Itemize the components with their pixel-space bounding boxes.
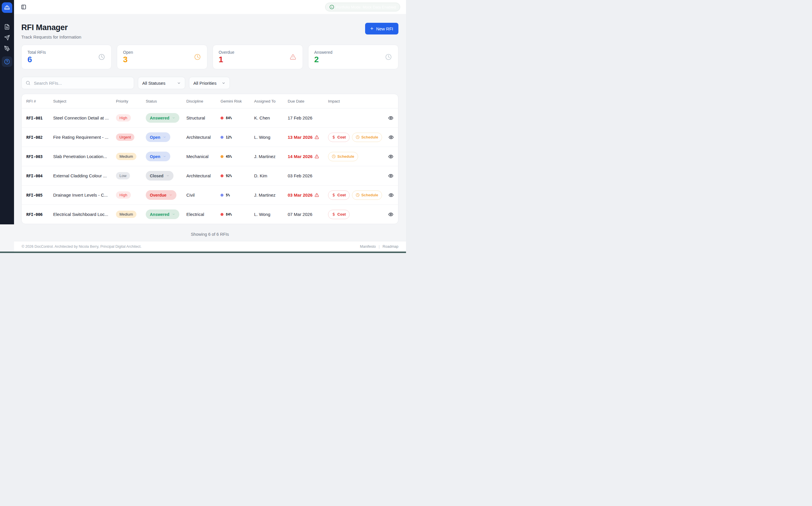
rfi-id: RFI-002 bbox=[26, 135, 53, 140]
chevron-down-icon bbox=[163, 155, 166, 158]
chevron-down-icon bbox=[169, 193, 172, 197]
impact-badge-cost: Cost bbox=[328, 210, 350, 219]
rfi-manager-app: Portfolio Mode: Mock Data Enabled RFI Ma… bbox=[0, 0, 406, 253]
impact-badge-cost: Cost bbox=[328, 190, 350, 200]
assigned-to: J. Martinez bbox=[254, 154, 288, 159]
view-rfi-button[interactable] bbox=[388, 135, 394, 140]
help-circle-icon bbox=[4, 59, 10, 65]
new-rfi-button[interactable]: + New RFI bbox=[365, 23, 398, 34]
rfi-id: RFI-004 bbox=[26, 174, 53, 178]
stat-card-answered: Answered2 bbox=[308, 45, 398, 69]
mode-badge-label: Portfolio Mode: Mock Data Enabled bbox=[336, 5, 396, 9]
sidebar-toggle-button[interactable] bbox=[21, 4, 26, 10]
footer: © 2026 DocControl. Architected by Nicola… bbox=[14, 241, 406, 252]
rfi-id: RFI-001 bbox=[26, 116, 53, 120]
search-input[interactable] bbox=[33, 80, 130, 86]
risk-dot bbox=[220, 213, 223, 216]
search-box[interactable] bbox=[21, 77, 134, 89]
eye-icon bbox=[388, 173, 393, 178]
dollar-sign-icon bbox=[332, 135, 336, 139]
footer-link-manifesto[interactable]: Manifesto bbox=[360, 245, 376, 249]
stat-card-open: Open3 bbox=[117, 45, 207, 69]
dollar-sign-icon bbox=[332, 193, 336, 197]
priority-badge: Medium bbox=[116, 210, 137, 218]
sidebar-item-help[interactable] bbox=[2, 56, 12, 67]
dollar-sign-icon bbox=[332, 213, 336, 216]
due-date: 03 Mar 2026 bbox=[288, 192, 328, 197]
column-header-priority: Priority bbox=[116, 99, 146, 103]
view-rfi-button[interactable] bbox=[388, 173, 393, 178]
status-select[interactable]: Open bbox=[146, 132, 170, 142]
status-select[interactable]: Overdue bbox=[146, 190, 176, 200]
pen-tool-icon bbox=[4, 46, 10, 52]
rfi-subject: Drainage Invert Levels - C... bbox=[53, 192, 116, 197]
sidebar-item-documents[interactable] bbox=[4, 24, 10, 30]
table-row-rfi-002: RFI-002Fire Rating Requirement - ...Urge… bbox=[22, 128, 398, 147]
column-header-gemini-risk: Gemini Risk bbox=[220, 99, 254, 103]
discipline: Structural bbox=[186, 115, 220, 120]
priority-filter-select[interactable]: All Priorities bbox=[189, 77, 230, 89]
copyright-text: © 2026 DocControl. Architected by Nicola… bbox=[22, 245, 142, 249]
clock-icon bbox=[385, 54, 392, 60]
status-select[interactable]: Open bbox=[146, 152, 170, 161]
clock-icon bbox=[356, 135, 360, 139]
view-rfi-button[interactable] bbox=[388, 212, 393, 217]
chevron-down-icon bbox=[163, 136, 166, 139]
info-icon bbox=[330, 5, 334, 9]
new-rfi-label: New RFI bbox=[376, 26, 393, 31]
impact-badge-schedule: Schedule bbox=[352, 190, 382, 200]
rfi-subject: Fire Rating Requirement - ... bbox=[53, 135, 116, 140]
discipline: Civil bbox=[186, 192, 220, 197]
eye-icon bbox=[388, 212, 393, 217]
impact-badges: Schedule bbox=[328, 152, 382, 161]
plus-icon: + bbox=[370, 26, 374, 31]
impact-badges: Cost bbox=[328, 210, 382, 219]
stat-value: 1 bbox=[219, 56, 297, 64]
chevron-down-icon bbox=[177, 81, 181, 85]
alert-triangle-icon bbox=[314, 135, 319, 139]
file-text-icon bbox=[4, 24, 10, 30]
gemini-risk: 12% bbox=[220, 135, 254, 139]
risk-dot bbox=[220, 116, 223, 119]
gemini-risk: 5% bbox=[220, 193, 254, 197]
status-filter-select[interactable]: All Statuses bbox=[138, 77, 185, 89]
status-select[interactable]: Closed bbox=[146, 171, 174, 181]
eye-icon bbox=[388, 192, 394, 198]
table-header-row: RFI #SubjectPriorityStatusDisciplineGemi… bbox=[22, 94, 398, 108]
discipline: Architectural bbox=[186, 173, 220, 178]
status-select[interactable]: Answered bbox=[146, 209, 179, 219]
priority-badge: High bbox=[116, 191, 131, 199]
risk-percent: 84% bbox=[226, 213, 232, 217]
chevron-down-icon bbox=[166, 174, 169, 177]
sidebar-nav bbox=[4, 24, 10, 52]
view-rfi-button[interactable] bbox=[388, 192, 394, 198]
eye-icon bbox=[388, 115, 393, 121]
sidebar-item-pen-tool[interactable] bbox=[4, 46, 10, 52]
table-row-rfi-004: RFI-004External Cladding Colour ...LowCl… bbox=[22, 166, 398, 185]
discipline: Electrical bbox=[186, 212, 220, 217]
stat-card-total: Total RFIs6 bbox=[21, 45, 111, 69]
status-select[interactable]: Answered bbox=[146, 113, 179, 123]
rfi-subject: Steel Connection Detail at ... bbox=[53, 115, 116, 120]
risk-dot bbox=[220, 136, 223, 139]
stat-label: Open bbox=[123, 50, 201, 55]
risk-percent: 84% bbox=[226, 116, 232, 120]
sidebar bbox=[0, 0, 14, 224]
stats-cards: Total RFIs6Open3Overdue1Answered2 bbox=[21, 45, 398, 69]
sidebar-item-send[interactable] bbox=[4, 35, 10, 40]
search-icon bbox=[26, 81, 30, 85]
assigned-to: D. Kim bbox=[254, 173, 288, 178]
due-date: 03 Feb 2026 bbox=[288, 173, 328, 178]
view-rfi-button[interactable] bbox=[388, 115, 393, 121]
app-logo-button[interactable] bbox=[2, 2, 12, 13]
priority-badge: Urgent bbox=[116, 134, 134, 141]
chevron-down-icon bbox=[222, 81, 225, 85]
view-rfi-button[interactable] bbox=[388, 154, 393, 159]
page-subtitle: Track Requests for Information bbox=[21, 34, 81, 39]
impact-badge-cost: Cost bbox=[328, 133, 350, 142]
main-content: RFI Manager Track Requests for Informati… bbox=[14, 14, 406, 237]
footer-link-roadmap[interactable]: Roadmap bbox=[383, 245, 398, 249]
rfi-table: RFI #SubjectPriorityStatusDisciplineGemi… bbox=[21, 94, 398, 224]
stat-label: Overdue bbox=[219, 50, 297, 55]
column-header-assigned-to: Assigned To bbox=[254, 99, 288, 103]
